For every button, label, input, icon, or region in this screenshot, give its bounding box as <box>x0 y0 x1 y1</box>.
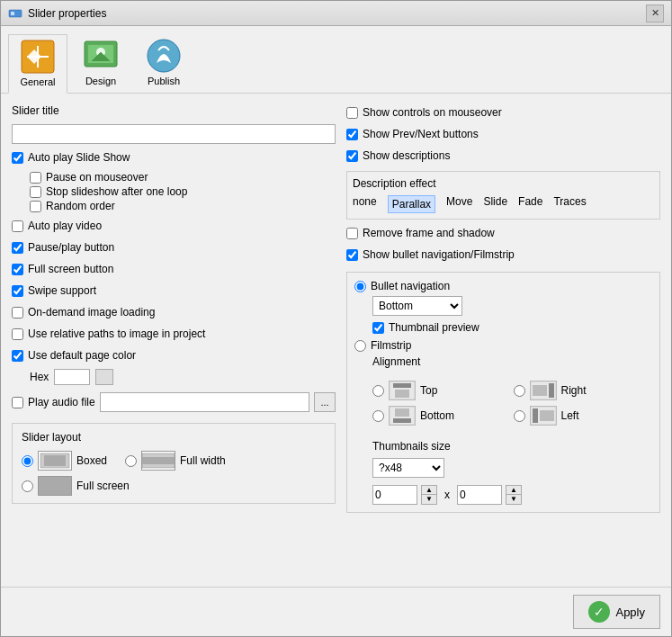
on-demand-row: On-demand image loading <box>12 306 336 318</box>
pause-mouseover-row: Pause on mouseover <box>30 171 336 184</box>
stop-slideshow-checkbox[interactable] <box>30 186 41 198</box>
size-width-up[interactable]: ▲ <box>422 486 436 495</box>
full-screen-btn-checkbox[interactable] <box>12 264 23 275</box>
align-left-label: Left <box>561 409 579 422</box>
default-page-color-checkbox[interactable] <box>12 350 23 362</box>
apply-checkmark-icon: ✓ <box>588 601 610 623</box>
audio-file-input[interactable] <box>100 392 309 412</box>
svg-rect-19 <box>549 383 554 398</box>
play-audio-checkbox[interactable] <box>12 397 23 408</box>
size-height-spinner: ▲ ▼ <box>506 485 522 505</box>
show-controls-checkbox[interactable] <box>346 107 358 119</box>
layout-row-1: Boxed Full width <box>22 451 326 471</box>
svg-rect-22 <box>393 418 411 423</box>
align-left-radio[interactable] <box>514 410 525 422</box>
remove-frame-row: Remove frame and shadow <box>346 227 660 239</box>
size-height-input[interactable] <box>457 485 502 505</box>
browse-button[interactable]: ... <box>314 392 336 412</box>
slider-title-label: Slider title <box>12 104 336 117</box>
size-x-label: x <box>444 489 450 501</box>
svg-rect-23 <box>395 408 409 417</box>
filmstrip-radio[interactable] <box>354 340 366 352</box>
remove-frame-checkbox[interactable] <box>346 228 358 239</box>
layout-row-2: Full screen <box>22 476 326 496</box>
position-dropdown-row: Bottom <box>354 296 652 316</box>
svg-rect-10 <box>44 455 66 466</box>
dialog-window: Slider properties ✕ General Design <box>0 0 672 637</box>
effect-options: none Parallax Move Slide Fade <box>353 195 654 213</box>
close-button[interactable]: ✕ <box>646 4 664 22</box>
show-bullet-checkbox[interactable] <box>346 249 358 261</box>
auto-play-checkbox[interactable] <box>12 152 23 164</box>
size-width-down[interactable]: ▼ <box>422 495 436 504</box>
bullet-nav-label: Bullet navigation <box>371 280 450 292</box>
bullet-nav-option: Bullet navigation <box>354 280 652 292</box>
relative-paths-checkbox[interactable] <box>12 328 23 340</box>
apply-button[interactable]: ✓ Apply <box>573 595 660 629</box>
tab-publish-label: Publish <box>148 76 180 86</box>
svg-rect-20 <box>533 385 547 396</box>
hex-input[interactable] <box>54 369 90 385</box>
size-dropdown[interactable]: ?x48 <box>372 458 444 478</box>
layout-boxed-label: Boxed <box>76 454 107 467</box>
show-prev-next-checkbox[interactable] <box>346 129 358 140</box>
effect-parallax[interactable]: Parallax <box>388 195 435 213</box>
swipe-support-label: Swipe support <box>28 284 96 297</box>
stop-slideshow-row: Stop slideshow after one loop <box>30 185 336 198</box>
align-left-thumb <box>530 406 557 426</box>
full-screen-btn-row: Full screen button <box>12 263 336 275</box>
layout-full-width-radio[interactable] <box>125 455 137 467</box>
layout-boxed-radio[interactable] <box>22 455 33 467</box>
tab-design[interactable]: Design <box>71 33 130 93</box>
thumbnail-preview-checkbox[interactable] <box>372 322 384 334</box>
design-tab-icon <box>83 38 119 74</box>
effect-fade[interactable]: Fade <box>518 195 542 213</box>
effect-traces[interactable]: Traces <box>553 195 586 213</box>
slider-title-input[interactable] <box>12 124 336 144</box>
random-order-row: Random order <box>30 200 336 212</box>
svg-rect-17 <box>395 390 409 398</box>
pause-mouseover-checkbox[interactable] <box>30 172 41 184</box>
size-height-up[interactable]: ▲ <box>506 486 521 495</box>
show-controls-row: Show controls on mouseover <box>346 106 660 119</box>
align-top-thumb <box>389 381 416 400</box>
align-top-radio[interactable] <box>372 385 384 397</box>
svg-rect-1 <box>11 12 14 15</box>
align-right-radio[interactable] <box>514 385 525 397</box>
random-order-checkbox[interactable] <box>30 201 41 212</box>
on-demand-checkbox[interactable] <box>12 307 23 318</box>
thumbnail-preview-label: Thumbnail preview <box>389 321 479 334</box>
bullet-nav-radio[interactable] <box>354 281 366 292</box>
effect-move[interactable]: Move <box>446 195 472 213</box>
description-effect-box: Description effect none Parallax Move Sl… <box>346 171 660 220</box>
auto-play-row: Auto play Slide Show <box>12 151 336 164</box>
effect-none[interactable]: none <box>353 195 377 213</box>
show-prev-next-label: Show Prev/Next buttons <box>363 128 479 140</box>
align-right-option: Right <box>514 381 650 400</box>
swipe-support-checkbox[interactable] <box>12 285 23 297</box>
auto-play-video-checkbox[interactable] <box>12 220 23 232</box>
tab-design-label: Design <box>85 76 116 86</box>
tab-general[interactable]: General <box>8 34 67 94</box>
title-bar: Slider properties ✕ <box>1 1 671 26</box>
show-descriptions-checkbox[interactable] <box>346 150 358 162</box>
effect-traces-label: Traces <box>553 195 586 208</box>
pause-play-btn-checkbox[interactable] <box>12 242 23 254</box>
tab-publish[interactable]: Publish <box>134 33 193 93</box>
align-right-svg <box>531 381 556 399</box>
default-page-color-row: Use default page color <box>12 349 336 362</box>
layout-full-screen-radio[interactable] <box>22 480 33 492</box>
align-bottom-radio[interactable] <box>372 410 384 422</box>
apply-label: Apply <box>615 606 645 619</box>
effect-fade-label: Fade <box>518 195 542 208</box>
layout-boxed-option: Boxed <box>22 451 107 471</box>
position-select[interactable]: Bottom <box>372 296 462 316</box>
play-audio-row: Play audio file ... <box>12 392 336 412</box>
left-panel: Slider title Auto play Slide Show Pause … <box>12 104 336 576</box>
size-width-input[interactable] <box>372 485 417 505</box>
show-descriptions-row: Show descriptions <box>346 149 660 162</box>
effect-move-label: Move <box>446 195 472 208</box>
effect-slide[interactable]: Slide <box>483 195 507 213</box>
size-height-down[interactable]: ▼ <box>506 495 521 504</box>
show-controls-label: Show controls on mouseover <box>363 106 502 119</box>
